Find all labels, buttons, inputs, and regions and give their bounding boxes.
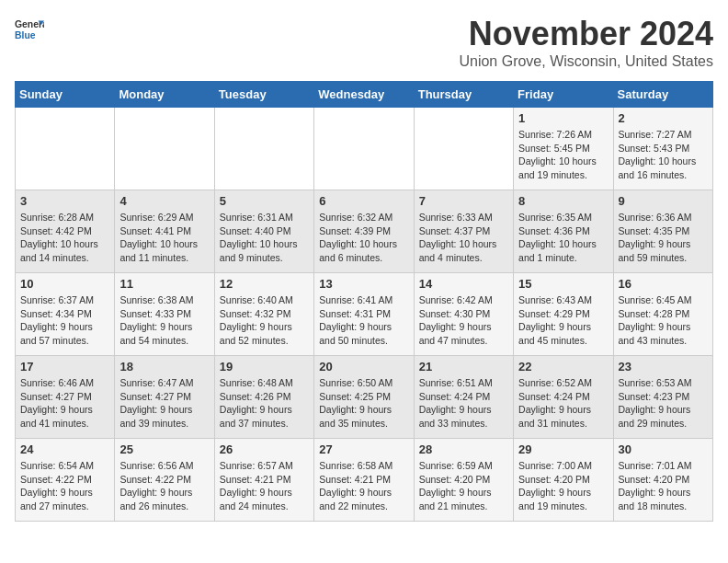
day-number: 8 — [518, 194, 608, 208]
calendar-cell: 23Sunrise: 6:53 AM Sunset: 4:23 PM Dayli… — [613, 356, 712, 439]
calendar-cell: 5Sunrise: 6:31 AM Sunset: 4:40 PM Daylig… — [214, 190, 313, 273]
day-number: 12 — [220, 277, 309, 291]
calendar-cell: 27Sunrise: 6:58 AM Sunset: 4:21 PM Dayli… — [314, 439, 414, 522]
day-info: Sunrise: 6:59 AM Sunset: 4:20 PM Dayligh… — [419, 459, 508, 513]
calendar-cell — [115, 108, 214, 190]
calendar-cell: 12Sunrise: 6:40 AM Sunset: 4:32 PM Dayli… — [214, 273, 313, 356]
calendar-cell: 3Sunrise: 6:28 AM Sunset: 4:42 PM Daylig… — [16, 190, 115, 273]
calendar-cell: 6Sunrise: 6:32 AM Sunset: 4:39 PM Daylig… — [314, 190, 414, 273]
day-number: 20 — [319, 360, 408, 373]
day-number: 22 — [518, 360, 608, 373]
header-friday: Friday — [514, 82, 613, 108]
logo-icon: General Blue — [15, 15, 44, 44]
day-info: Sunrise: 6:40 AM Sunset: 4:32 PM Dayligh… — [220, 293, 309, 348]
header-sunday: Sunday — [16, 82, 115, 108]
day-number: 19 — [220, 360, 309, 373]
calendar-cell — [414, 108, 513, 190]
day-number: 13 — [319, 277, 408, 291]
day-number: 10 — [20, 277, 109, 291]
title-area: November 2024 Union Grove, Wisconsin, Un… — [459, 15, 713, 70]
calendar-cell — [16, 108, 115, 190]
day-info: Sunrise: 6:37 AM Sunset: 4:34 PM Dayligh… — [20, 293, 109, 348]
calendar-cell: 17Sunrise: 6:46 AM Sunset: 4:27 PM Dayli… — [16, 356, 115, 439]
day-info: Sunrise: 7:00 AM Sunset: 4:20 PM Dayligh… — [518, 459, 608, 513]
calendar-header-row: SundayMondayTuesdayWednesdayThursdayFrid… — [16, 82, 713, 108]
day-number: 29 — [518, 442, 608, 456]
day-number: 25 — [119, 442, 209, 456]
calendar-cell: 13Sunrise: 6:41 AM Sunset: 4:31 PM Dayli… — [314, 273, 414, 356]
logo: General Blue — [15, 15, 44, 44]
day-number: 21 — [419, 360, 508, 373]
calendar-cell: 29Sunrise: 7:00 AM Sunset: 4:20 PM Dayli… — [514, 439, 613, 522]
calendar-cell: 14Sunrise: 6:42 AM Sunset: 4:30 PM Dayli… — [414, 273, 513, 356]
day-number: 17 — [20, 360, 109, 373]
calendar-week-row: 1Sunrise: 7:26 AM Sunset: 5:45 PM Daylig… — [16, 108, 713, 190]
calendar-cell: 9Sunrise: 6:36 AM Sunset: 4:35 PM Daylig… — [613, 190, 712, 273]
day-number: 9 — [619, 194, 708, 208]
page-title: November 2024 — [459, 15, 713, 53]
header-wednesday: Wednesday — [314, 82, 414, 108]
day-info: Sunrise: 6:41 AM Sunset: 4:31 PM Dayligh… — [319, 293, 408, 348]
day-number: 16 — [619, 277, 708, 291]
day-info: Sunrise: 6:36 AM Sunset: 4:35 PM Dayligh… — [619, 211, 708, 265]
calendar-cell: 15Sunrise: 6:43 AM Sunset: 4:29 PM Dayli… — [514, 273, 613, 356]
day-info: Sunrise: 6:38 AM Sunset: 4:33 PM Dayligh… — [119, 293, 209, 348]
calendar-cell: 25Sunrise: 6:56 AM Sunset: 4:22 PM Dayli… — [115, 439, 214, 522]
calendar-cell: 28Sunrise: 6:59 AM Sunset: 4:20 PM Dayli… — [414, 439, 513, 522]
day-number: 26 — [220, 442, 309, 456]
calendar-cell: 10Sunrise: 6:37 AM Sunset: 4:34 PM Dayli… — [16, 273, 115, 356]
day-info: Sunrise: 6:51 AM Sunset: 4:24 PM Dayligh… — [419, 376, 508, 431]
calendar-cell: 7Sunrise: 6:33 AM Sunset: 4:37 PM Daylig… — [414, 190, 513, 273]
day-number: 1 — [518, 111, 608, 125]
day-number: 30 — [619, 442, 708, 456]
calendar-cell — [214, 108, 313, 190]
day-number: 5 — [220, 194, 309, 208]
calendar-cell: 21Sunrise: 6:51 AM Sunset: 4:24 PM Dayli… — [414, 356, 513, 439]
day-number: 27 — [319, 442, 408, 456]
day-number: 2 — [619, 111, 708, 125]
day-info: Sunrise: 6:56 AM Sunset: 4:22 PM Dayligh… — [119, 459, 209, 513]
calendar-cell: 22Sunrise: 6:52 AM Sunset: 4:24 PM Dayli… — [514, 356, 613, 439]
day-info: Sunrise: 7:27 AM Sunset: 5:43 PM Dayligh… — [619, 128, 708, 182]
day-number: 4 — [119, 194, 209, 208]
calendar-cell: 20Sunrise: 6:50 AM Sunset: 4:25 PM Dayli… — [314, 356, 414, 439]
day-info: Sunrise: 7:01 AM Sunset: 4:20 PM Dayligh… — [619, 459, 708, 513]
day-info: Sunrise: 6:52 AM Sunset: 4:24 PM Dayligh… — [518, 376, 608, 431]
day-number: 15 — [518, 277, 608, 291]
day-info: Sunrise: 6:28 AM Sunset: 4:42 PM Dayligh… — [20, 211, 109, 265]
day-number: 23 — [619, 360, 708, 373]
calendar-week-row: 24Sunrise: 6:54 AM Sunset: 4:22 PM Dayli… — [16, 439, 713, 522]
calendar-cell: 18Sunrise: 6:47 AM Sunset: 4:27 PM Dayli… — [115, 356, 214, 439]
day-info: Sunrise: 6:54 AM Sunset: 4:22 PM Dayligh… — [20, 459, 109, 513]
calendar-cell: 11Sunrise: 6:38 AM Sunset: 4:33 PM Dayli… — [115, 273, 214, 356]
header-thursday: Thursday — [414, 82, 513, 108]
day-info: Sunrise: 6:58 AM Sunset: 4:21 PM Dayligh… — [319, 459, 408, 513]
calendar-week-row: 10Sunrise: 6:37 AM Sunset: 4:34 PM Dayli… — [16, 273, 713, 356]
calendar-table: SundayMondayTuesdayWednesdayThursdayFrid… — [15, 81, 713, 522]
calendar-cell: 2Sunrise: 7:27 AM Sunset: 5:43 PM Daylig… — [613, 108, 712, 190]
header-monday: Monday — [115, 82, 214, 108]
calendar-week-row: 3Sunrise: 6:28 AM Sunset: 4:42 PM Daylig… — [16, 190, 713, 273]
day-info: Sunrise: 6:42 AM Sunset: 4:30 PM Dayligh… — [419, 293, 508, 348]
calendar-cell: 16Sunrise: 6:45 AM Sunset: 4:28 PM Dayli… — [613, 273, 712, 356]
day-info: Sunrise: 7:26 AM Sunset: 5:45 PM Dayligh… — [518, 128, 608, 182]
day-number: 28 — [419, 442, 508, 456]
calendar-cell: 1Sunrise: 7:26 AM Sunset: 5:45 PM Daylig… — [514, 108, 613, 190]
day-number: 6 — [319, 194, 408, 208]
calendar-week-row: 17Sunrise: 6:46 AM Sunset: 4:27 PM Dayli… — [16, 356, 713, 439]
svg-text:Blue: Blue — [15, 30, 36, 40]
header-tuesday: Tuesday — [214, 82, 313, 108]
page-subtitle: Union Grove, Wisconsin, United States — [459, 53, 713, 70]
calendar-cell: 8Sunrise: 6:35 AM Sunset: 4:36 PM Daylig… — [514, 190, 613, 273]
day-info: Sunrise: 6:50 AM Sunset: 4:25 PM Dayligh… — [319, 376, 408, 431]
day-info: Sunrise: 6:57 AM Sunset: 4:21 PM Dayligh… — [220, 459, 309, 513]
day-info: Sunrise: 6:45 AM Sunset: 4:28 PM Dayligh… — [619, 293, 708, 348]
day-info: Sunrise: 6:29 AM Sunset: 4:41 PM Dayligh… — [119, 211, 209, 265]
day-info: Sunrise: 6:31 AM Sunset: 4:40 PM Dayligh… — [220, 211, 309, 265]
day-number: 18 — [119, 360, 209, 373]
calendar-cell: 24Sunrise: 6:54 AM Sunset: 4:22 PM Dayli… — [16, 439, 115, 522]
calendar-cell: 30Sunrise: 7:01 AM Sunset: 4:20 PM Dayli… — [613, 439, 712, 522]
header-saturday: Saturday — [613, 82, 712, 108]
day-info: Sunrise: 6:43 AM Sunset: 4:29 PM Dayligh… — [518, 293, 608, 348]
day-number: 14 — [419, 277, 508, 291]
